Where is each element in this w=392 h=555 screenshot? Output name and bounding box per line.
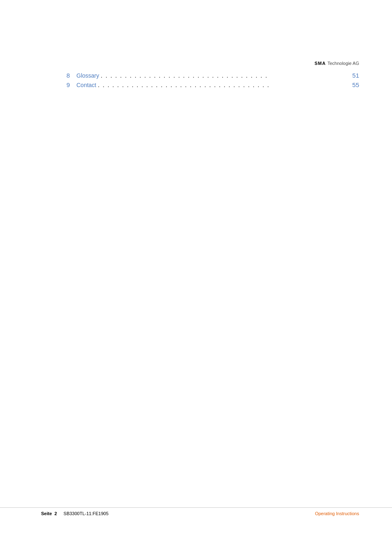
brand-sma: SMA	[314, 61, 325, 66]
toc-page-9: 55	[352, 81, 359, 88]
header-brand: SMA Technologie AG	[314, 61, 359, 66]
footer-seite-number: 2	[54, 511, 57, 516]
toc-page-8: 51	[352, 72, 359, 79]
toc-item-9[interactable]: 9 Contact . . . . . . . . . . . . . . . …	[58, 81, 359, 88]
footer: Seite 2 SB3300TL-11:FE1905 Operating Ins…	[0, 507, 392, 516]
footer-seite-label: Seite	[41, 511, 52, 516]
page: SMA Technologie AG 8 Glossary . . . . . …	[0, 0, 392, 555]
toc-dots-8: . . . . . . . . . . . . . . . . . . . . …	[101, 72, 350, 79]
toc-number-8: 8	[58, 72, 70, 79]
footer-seite: Seite 2	[41, 511, 57, 516]
brand-subtitle: Technologie AG	[327, 61, 359, 66]
toc-dots-9: . . . . . . . . . . . . . . . . . . . . …	[98, 82, 350, 88]
toc-label-9: Contact	[76, 82, 96, 88]
toc-number-9: 9	[58, 81, 70, 88]
toc-item-8[interactable]: 8 Glossary . . . . . . . . . . . . . . .…	[58, 72, 359, 79]
toc-section: 8 Glossary . . . . . . . . . . . . . . .…	[58, 72, 359, 91]
footer-code: SB3300TL-11:FE1905	[64, 511, 108, 516]
toc-label-8: Glossary	[76, 72, 99, 79]
footer-left: Seite 2 SB3300TL-11:FE1905	[41, 511, 108, 516]
footer-operating-instructions: Operating Instructions	[315, 511, 359, 516]
